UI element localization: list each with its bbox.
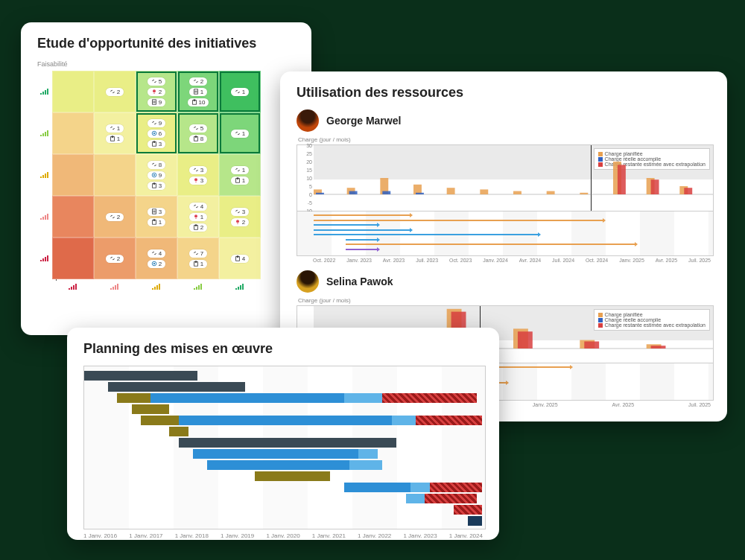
- gantt-bar[interactable]: [255, 471, 331, 481]
- matrix-cell-pill[interactable]: 9: [148, 98, 165, 106]
- matrix-cell[interactable]: 2: [94, 196, 136, 238]
- matrix-cell[interactable]: 2: [94, 71, 136, 112]
- matrix-cell[interactable]: 58: [177, 112, 219, 154]
- matrix-cell[interactable]: 33: [177, 154, 219, 196]
- gantt-bar[interactable]: [117, 393, 150, 403]
- gantt-bar[interactable]: [344, 393, 382, 403]
- matrix-cell[interactable]: 32: [219, 196, 261, 238]
- gantt-bar[interactable]: [169, 427, 188, 436]
- matrix-cell-pill[interactable]: 4: [189, 203, 207, 211]
- matrix-cell-pill[interactable]: 1: [189, 213, 207, 221]
- matrix-cell[interactable]: [94, 154, 136, 196]
- matrix-cell[interactable]: [52, 112, 94, 154]
- matrix-cell-pill[interactable]: 3: [231, 208, 249, 216]
- svg-point-17: [194, 178, 197, 181]
- matrix-cell[interactable]: 1: [219, 71, 261, 112]
- matrix-cell-pill[interactable]: 9: [148, 171, 165, 179]
- matrix-cell-pill[interactable]: 1: [231, 166, 249, 174]
- gantt-bar[interactable]: [454, 505, 482, 515]
- svg-point-28: [153, 263, 155, 264]
- matrix-cell-pill[interactable]: 7: [189, 249, 207, 258]
- matrix-cell-pill[interactable]: 2: [189, 223, 207, 232]
- matrix-cell-pill[interactable]: 3: [148, 182, 165, 190]
- gantt-bar[interactable]: [207, 460, 349, 470]
- matrix-cell-pill[interactable]: 4: [231, 255, 249, 263]
- matrix-cell[interactable]: [52, 238, 94, 279]
- matrix-cell-pill[interactable]: 3: [148, 208, 165, 216]
- person-row: George Marwel: [297, 109, 711, 132]
- matrix-cell[interactable]: 31: [136, 196, 177, 238]
- matrix-cell[interactable]: [52, 154, 94, 196]
- gantt-bar[interactable]: [358, 449, 377, 459]
- matrix-cell[interactable]: [52, 71, 94, 112]
- matrix-cell-pill[interactable]: 1: [231, 176, 249, 185]
- svg-rect-61: [651, 346, 666, 349]
- gantt-bar[interactable]: [416, 416, 482, 425]
- matrix-cell[interactable]: [52, 196, 94, 238]
- gantt-bar[interactable]: [406, 494, 425, 503]
- matrix-cell[interactable]: 2110: [177, 71, 219, 112]
- matrix-cell[interactable]: 893: [136, 154, 177, 196]
- matrix-cell[interactable]: 412: [177, 196, 219, 238]
- gantt-bar[interactable]: [193, 449, 358, 459]
- matrix-cell[interactable]: 71: [177, 238, 219, 279]
- person-name: Selina Pawok: [326, 276, 393, 287]
- gantt-bar[interactable]: [430, 483, 482, 492]
- opportunity-ylabel: Faisabilité: [37, 60, 295, 68]
- matrix-cell-pill[interactable]: 5: [189, 124, 207, 133]
- svg-rect-42: [580, 193, 588, 194]
- resource-xticks: Oct. 2022Janv. 2023Avr. 2023Juil. 2023Oc…: [297, 258, 711, 263]
- matrix-cell-pill[interactable]: 1: [189, 88, 207, 96]
- matrix-cell-pill[interactable]: 5: [148, 77, 165, 86]
- matrix-cell-pill[interactable]: 1: [231, 130, 249, 138]
- matrix-cell-pill[interactable]: 3: [148, 140, 165, 148]
- gantt-bar[interactable]: [179, 438, 396, 448]
- svg-rect-1: [152, 100, 156, 104]
- gantt-bar[interactable]: [150, 393, 344, 403]
- matrix-cell-pill[interactable]: 8: [189, 135, 207, 143]
- gantt-bar[interactable]: [468, 516, 482, 526]
- gantt-bar[interactable]: [141, 416, 179, 425]
- matrix-cell-pill[interactable]: 9: [148, 119, 165, 127]
- gantt-bar[interactable]: [382, 393, 477, 403]
- gantt-bar[interactable]: [349, 460, 382, 470]
- chart-ylabel: Charge (jour / mois): [298, 297, 711, 304]
- gantt-bar[interactable]: [179, 416, 392, 425]
- matrix-cell-pill[interactable]: 2: [106, 255, 124, 263]
- matrix-cell[interactable]: 529: [136, 71, 177, 112]
- matrix-cell-pill[interactable]: 1: [231, 88, 249, 96]
- matrix-cell-pill[interactable]: 8: [148, 161, 165, 169]
- svg-rect-41: [547, 191, 555, 194]
- gantt-bar[interactable]: [410, 483, 429, 492]
- matrix-cell-pill[interactable]: 2: [106, 213, 124, 221]
- matrix-cell-pill[interactable]: 2: [148, 260, 165, 268]
- matrix-cell-pill[interactable]: 2: [231, 218, 249, 226]
- matrix-cell[interactable]: 2: [94, 238, 136, 279]
- matrix-cell-pill[interactable]: 10: [188, 98, 209, 106]
- gantt-bar[interactable]: [425, 494, 477, 503]
- x-axis-level-icon: [219, 279, 261, 294]
- gantt-bar[interactable]: [108, 382, 245, 392]
- matrix-cell[interactable]: 11: [219, 154, 261, 196]
- gantt-bar[interactable]: [344, 483, 410, 492]
- matrix-cell[interactable]: 42: [136, 238, 177, 279]
- matrix-cell[interactable]: 11: [94, 112, 136, 154]
- matrix-cell-pill[interactable]: 3: [189, 176, 207, 185]
- svg-rect-60: [584, 342, 599, 349]
- matrix-cell[interactable]: 4: [219, 238, 261, 279]
- matrix-cell[interactable]: 963: [136, 112, 177, 154]
- matrix-cell-pill[interactable]: 2: [189, 77, 207, 86]
- matrix-cell-pill[interactable]: 2: [106, 88, 124, 96]
- matrix-cell-pill[interactable]: 1: [148, 218, 165, 226]
- matrix-cell-pill[interactable]: 1: [106, 124, 124, 133]
- gantt-bar[interactable]: [84, 371, 197, 381]
- matrix-cell-pill[interactable]: 3: [189, 166, 207, 174]
- matrix-cell-pill[interactable]: 2: [148, 88, 165, 96]
- matrix-cell-pill[interactable]: 1: [106, 135, 124, 143]
- gantt-bar[interactable]: [132, 404, 170, 414]
- matrix-cell-pill[interactable]: 1: [189, 260, 207, 268]
- gantt-bar[interactable]: [392, 416, 416, 425]
- matrix-cell-pill[interactable]: 4: [148, 249, 165, 258]
- matrix-cell-pill[interactable]: 6: [148, 130, 165, 138]
- matrix-cell[interactable]: 1: [219, 112, 261, 154]
